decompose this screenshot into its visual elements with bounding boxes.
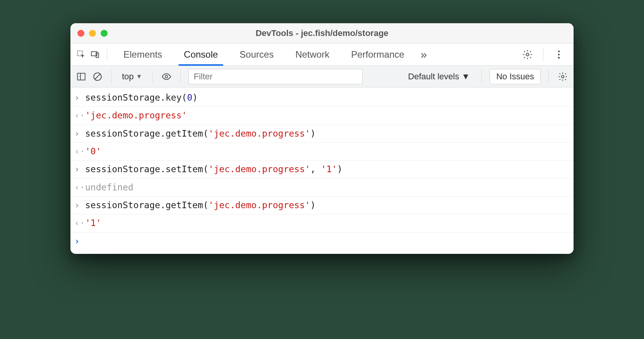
- input-arrow-icon: ›: [74, 91, 85, 104]
- code-text: sessionStorage.setItem('jec.demo.progres…: [85, 163, 343, 176]
- input-arrow-icon: ›: [74, 127, 85, 140]
- console-prompt-row[interactable]: ›: [70, 233, 574, 250]
- output-arrow-icon: ‹·: [74, 181, 85, 194]
- console-toolbar: top ▼ Default levels ▼ No Issues: [70, 66, 574, 87]
- svg-point-5: [558, 53, 560, 55]
- console-output-row: ‹·'jec.demo.progress': [70, 107, 574, 125]
- separator: [152, 70, 152, 83]
- svg-point-10: [562, 75, 564, 78]
- separator: [548, 70, 549, 83]
- settings-icon[interactable]: [517, 49, 538, 60]
- output-arrow-icon: ‹·: [74, 109, 85, 122]
- console-settings-icon[interactable]: [557, 70, 569, 83]
- minimize-window-button[interactable]: [89, 30, 96, 37]
- separator: [543, 48, 543, 61]
- issues-button[interactable]: No Issues: [490, 69, 541, 84]
- context-label: top: [122, 72, 134, 82]
- dropdown-triangle-icon: ▼: [136, 73, 142, 80]
- console-output[interactable]: ›sessionStorage.key(0)‹·'jec.demo.progre…: [70, 87, 574, 254]
- tab-performance[interactable]: Performance: [340, 43, 415, 65]
- device-toolbar-icon[interactable]: [89, 48, 101, 61]
- panel-tabs: Elements Console Sources Network Perform…: [113, 43, 432, 65]
- svg-rect-2: [96, 53, 99, 57]
- tab-elements[interactable]: Elements: [113, 43, 173, 65]
- execution-context-select[interactable]: top ▼: [120, 72, 144, 82]
- code-text: sessionStorage.key(0): [85, 91, 198, 104]
- console-output-row: ‹·'1': [70, 214, 574, 232]
- separator: [481, 70, 482, 83]
- console-input-row: ›sessionStorage.setItem('jec.demo.progre…: [70, 161, 574, 178]
- prompt-arrow-icon: ›: [74, 235, 85, 248]
- code-text: '1': [85, 217, 101, 229]
- tab-console[interactable]: Console: [173, 43, 229, 65]
- code-text: undefined: [85, 181, 134, 194]
- tabs-bar: Elements Console Sources Network Perform…: [70, 43, 574, 66]
- svg-point-6: [558, 56, 560, 58]
- levels-label: Default levels: [408, 72, 459, 82]
- console-input-row: ›sessionStorage.getItem('jec.demo.progre…: [70, 125, 574, 143]
- input-arrow-icon: ›: [74, 163, 85, 176]
- filter-input[interactable]: [188, 69, 363, 84]
- svg-point-9: [165, 75, 168, 78]
- separator: [111, 70, 112, 83]
- close-window-button[interactable]: [77, 30, 84, 37]
- tab-sources[interactable]: Sources: [229, 43, 284, 65]
- output-arrow-icon: ‹·: [74, 217, 85, 229]
- clear-console-icon[interactable]: [91, 70, 104, 83]
- devtools-window: DevTools - jec.fish/demo/storage Element…: [70, 23, 574, 254]
- console-input-row: ›sessionStorage.getItem('jec.demo.progre…: [70, 197, 574, 214]
- tab-network[interactable]: Network: [284, 43, 340, 65]
- more-menu-icon[interactable]: [549, 49, 569, 60]
- titlebar: DevTools - jec.fish/demo/storage: [70, 23, 574, 43]
- maximize-window-button[interactable]: [101, 30, 108, 37]
- live-expression-icon[interactable]: [160, 70, 173, 83]
- code-text: sessionStorage.getItem('jec.demo.progres…: [85, 127, 316, 140]
- dropdown-triangle-icon: ▼: [461, 72, 470, 82]
- svg-rect-7: [77, 73, 85, 80]
- separator: [107, 48, 107, 61]
- tabs-overflow-button[interactable]: »: [415, 43, 433, 65]
- svg-point-4: [558, 50, 560, 52]
- window-title: DevTools - jec.fish/demo/storage: [70, 28, 574, 38]
- output-arrow-icon: ‹·: [74, 145, 85, 158]
- code-text: '0': [85, 145, 101, 158]
- issues-label: No Issues: [496, 72, 534, 82]
- toggle-sidebar-icon[interactable]: [75, 70, 87, 83]
- console-input-row: ›sessionStorage.key(0): [70, 89, 574, 107]
- separator: [180, 70, 181, 83]
- input-arrow-icon: ›: [74, 199, 85, 212]
- log-levels-select[interactable]: Default levels ▼: [404, 72, 474, 82]
- code-text: sessionStorage.getItem('jec.demo.progres…: [85, 199, 316, 212]
- console-output-row: ‹·undefined: [70, 179, 574, 197]
- traffic-lights: [77, 30, 108, 37]
- code-text: 'jec.demo.progress': [85, 109, 187, 122]
- svg-point-3: [526, 53, 529, 56]
- console-output-row: ‹·'0': [70, 143, 574, 161]
- inspect-element-icon[interactable]: [75, 48, 87, 61]
